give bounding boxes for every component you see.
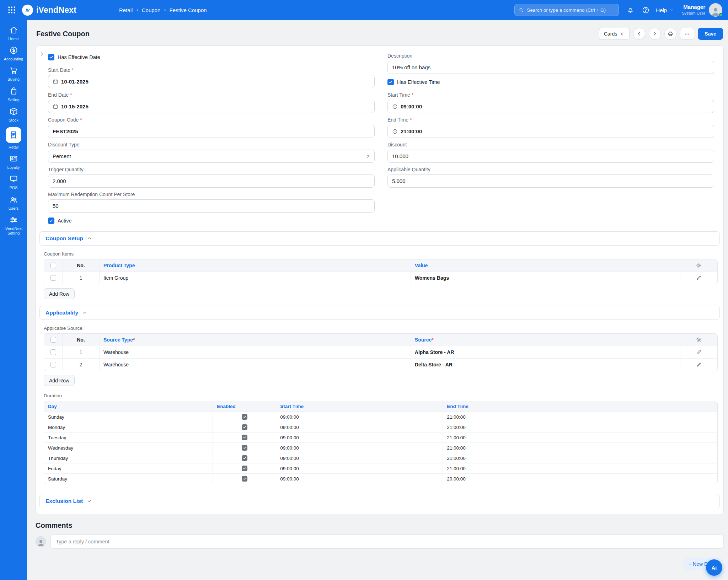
description-input[interactable]: 10% off on bags — [387, 61, 714, 74]
enabled-checkbox[interactable] — [242, 424, 247, 430]
app-grid-icon[interactable] — [7, 5, 16, 15]
row-number: 1 — [63, 272, 100, 284]
enabled-checkbox[interactable] — [242, 476, 247, 482]
enabled-checkbox[interactable] — [242, 455, 247, 461]
app-logo[interactable]: iv iVendNext — [22, 5, 76, 16]
help-menu[interactable]: Help — [656, 7, 673, 13]
active-checkbox[interactable] — [48, 218, 54, 224]
avatar[interactable] — [709, 3, 722, 17]
table-row[interactable]: 1 Warehouse Alpha Store - AR — [44, 346, 717, 358]
edit-pencil-icon[interactable] — [696, 349, 702, 355]
gear-icon[interactable] — [696, 263, 702, 268]
comments-title: Comments — [36, 521, 724, 530]
previous-record-button[interactable] — [633, 28, 645, 40]
sidebar-item-ivendnext-setting[interactable]: iVendNext Setting — [0, 215, 27, 236]
main-content: Festive Coupon Cards ⋯ Save — [27, 0, 728, 570]
max-redemption-input[interactable]: 50 — [48, 199, 375, 213]
sidebar-item-loyalty[interactable]: Loyalty — [0, 154, 27, 170]
sidebar-item-selling[interactable]: Selling — [0, 87, 27, 102]
table-row[interactable]: 2 Warehouse Delta Store - AR — [44, 358, 717, 371]
user-name: Manager — [682, 4, 705, 11]
discount-type-select[interactable]: Percent — [48, 150, 375, 163]
comment-avatar — [36, 536, 46, 547]
breadcrumb-coupon[interactable]: Coupon — [142, 7, 161, 13]
duration-row-friday[interactable]: Friday 09:00:00 21:00:00 — [44, 463, 717, 473]
start-time-input[interactable]: 09:00:00 — [387, 100, 714, 113]
start-time-cell: 09:00:00 — [276, 443, 443, 453]
exclusion-list-header[interactable]: Exclusion List — [39, 494, 720, 508]
enabled-checkbox[interactable] — [242, 466, 247, 471]
user-menu[interactable]: Manager System User — [682, 3, 722, 17]
applicable-quantity-input[interactable]: 5.000 — [387, 174, 714, 188]
end-date-label: End Date — [48, 92, 375, 98]
end-time-input[interactable]: 21:00:00 — [387, 125, 714, 138]
edit-pencil-icon[interactable] — [696, 275, 702, 281]
trigger-quantity-input[interactable]: 2.000 — [48, 174, 375, 188]
search-input[interactable] — [527, 7, 615, 13]
breadcrumb-current[interactable]: Festive Coupon — [170, 7, 207, 13]
next-record-button[interactable] — [649, 28, 661, 40]
row-checkbox[interactable] — [50, 275, 56, 281]
coupon-code-input[interactable]: FEST2025 — [48, 125, 375, 138]
row-checkbox[interactable] — [50, 349, 56, 355]
global-search[interactable] — [514, 4, 619, 16]
discount-label: Discount — [387, 142, 714, 147]
discount-input[interactable]: 10.000 — [387, 150, 714, 163]
end-date-input[interactable]: 10-15-2025 — [48, 100, 375, 113]
chevron-down-icon — [669, 8, 673, 12]
sidebar-item-users[interactable]: Users — [0, 195, 27, 211]
coupon-form-card: Has Effective Date Start Date 10-01-2025… — [36, 45, 724, 514]
applicability-header[interactable]: Applicability — [39, 306, 720, 320]
help-circle-icon[interactable] — [642, 6, 649, 14]
sidebar-item-pos[interactable]: POS — [0, 174, 27, 190]
save-button[interactable]: Save — [698, 28, 723, 40]
duration-row-saturday[interactable]: Saturday 09:00:00 20:00:00 — [44, 473, 717, 484]
duration-row-sunday[interactable]: Sunday 09:00:00 21:00:00 — [44, 412, 717, 422]
topbar: iv iVendNext Retail › Coupon › Festive C… — [0, 0, 728, 20]
table-row[interactable]: 1 Item Group Womens Bags — [44, 272, 717, 284]
print-button[interactable] — [664, 28, 676, 40]
has-effective-date-checkbox[interactable] — [48, 54, 54, 60]
applicable-quantity-value: 5.000 — [392, 178, 710, 184]
comment-input[interactable] — [50, 535, 724, 549]
add-row-button[interactable]: Add Row — [44, 288, 75, 299]
sidebar-item-accounting[interactable]: Accounting — [0, 46, 27, 61]
select-all-checkbox[interactable] — [50, 263, 56, 268]
active-row: Active — [48, 216, 375, 225]
coupon-setup-header[interactable]: Coupon Setup — [39, 231, 720, 246]
discount-field: Discount 10.000 — [387, 142, 714, 163]
gear-icon[interactable] — [696, 337, 702, 343]
enabled-checkbox[interactable] — [242, 445, 247, 451]
duration-row-wednesday[interactable]: Wednesday 09:00:00 21:00:00 — [44, 442, 717, 453]
trigger-quantity-label: Trigger Quantity — [48, 167, 375, 172]
sidebar-item-stock[interactable]: Stock — [0, 107, 27, 123]
cards-view-button[interactable]: Cards — [599, 28, 630, 40]
start-date-input[interactable]: 10-01-2025 — [48, 75, 375, 88]
breadcrumb-retail[interactable]: Retail — [119, 7, 133, 13]
ai-assistant-button[interactable]: Ai — [706, 559, 722, 576]
enabled-checkbox[interactable] — [242, 414, 247, 420]
coupon-code-field: Coupon Code FEST2025 — [48, 117, 375, 138]
has-effective-time-checkbox[interactable] — [387, 79, 394, 85]
form-left-column: Has Effective Date Start Date 10-01-2025… — [48, 53, 375, 225]
duration-row-monday[interactable]: Monday 09:00:00 21:00:00 — [44, 422, 717, 432]
bell-icon[interactable] — [627, 6, 634, 14]
sidebar-item-retail[interactable]: Retail — [0, 127, 27, 150]
form-sidebar-toggle[interactable] — [39, 50, 46, 58]
duration-row-thursday[interactable]: Thursday 09:00:00 21:00:00 — [44, 453, 717, 463]
chevron-left-icon — [636, 31, 642, 37]
more-options-button[interactable]: ⋯ — [680, 28, 694, 40]
sidebar-item-buying[interactable]: Buying — [0, 66, 27, 82]
enabled-checkbox[interactable] — [242, 435, 247, 440]
enabled-cell — [213, 422, 276, 432]
duration-row-tuesday[interactable]: Tuesday 09:00:00 21:00:00 — [44, 432, 717, 442]
end-time-cell: 21:00:00 — [443, 412, 717, 422]
edit-pencil-icon[interactable] — [696, 362, 702, 367]
logo-text: iVendNext — [36, 5, 76, 15]
row-checkbox[interactable] — [50, 362, 56, 367]
add-row-button[interactable]: Add Row — [44, 375, 75, 386]
chevron-right-icon — [39, 51, 45, 57]
sidebar-item-home[interactable]: Home — [0, 26, 27, 41]
select-all-checkbox[interactable] — [50, 337, 56, 343]
day-cell: Thursday — [44, 453, 213, 463]
